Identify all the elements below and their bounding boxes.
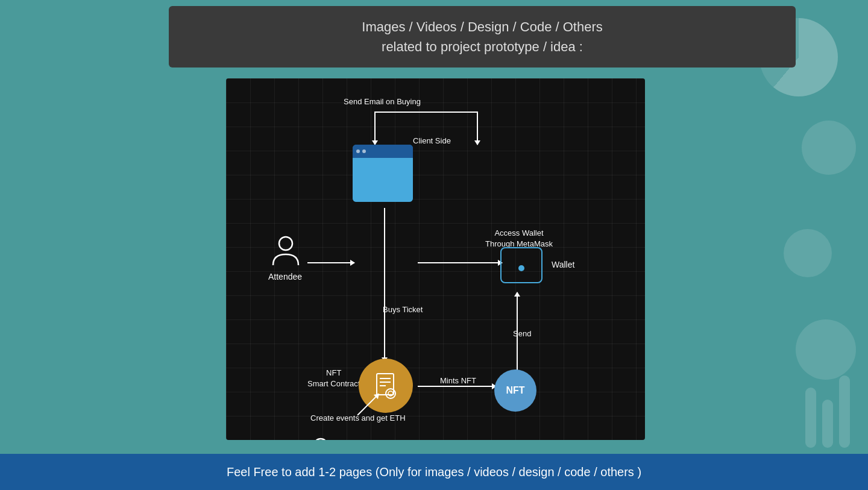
arrow-client-nft-v xyxy=(384,208,385,362)
mints-nft-label: Mints NFT xyxy=(440,375,476,386)
wallet-box xyxy=(500,247,542,283)
diagram-inner: Send Email on Buying Client Side xyxy=(226,78,645,440)
arrow-send-email-v xyxy=(374,112,376,145)
attendee-icon xyxy=(269,235,303,270)
nft-circle-text: NFT xyxy=(506,385,524,396)
nft-contract-label: NFTSmart Contract xyxy=(307,368,360,389)
arrow-send-email-h xyxy=(376,112,478,113)
footer-bar: Feel Free to add 1-2 pages (Only for ima… xyxy=(0,454,868,490)
wallet-label: Wallet xyxy=(552,259,574,271)
deco-bar-2 xyxy=(822,400,833,448)
attendee-person-svg xyxy=(269,235,303,268)
organizer-icon xyxy=(304,437,338,440)
svg-point-0 xyxy=(279,237,292,250)
deco-circle-2 xyxy=(802,121,856,175)
diagram-area: Send Email on Buying Client Side xyxy=(226,78,645,440)
client-box-header xyxy=(353,145,413,158)
deco-circle-4 xyxy=(796,319,856,380)
client-side-box xyxy=(353,145,413,202)
footer-text: Feel Free to add 1-2 pages (Only for ima… xyxy=(227,465,641,479)
nft-token-circle: NFT xyxy=(494,369,536,412)
arrow-nft-wallet-v xyxy=(517,292,518,371)
svg-point-7 xyxy=(314,439,327,440)
client-box-body xyxy=(353,158,413,202)
arrow-send-email-v2 xyxy=(477,112,478,145)
arrow-client-wallet xyxy=(418,262,502,263)
wallet-dot xyxy=(518,265,524,271)
attendee-label: Attendee xyxy=(268,271,302,283)
header-bar: Images / Videos / Design / Code / Others… xyxy=(169,6,796,68)
buys-ticket-label: Buys Ticket xyxy=(383,304,423,315)
arrow-attendee-client xyxy=(307,262,354,263)
browser-dot-1 xyxy=(356,149,360,153)
header-line2: related to project prototype / idea : xyxy=(193,37,772,57)
deco-circle-3 xyxy=(784,229,832,277)
organizer-person-svg xyxy=(304,437,338,440)
client-side-label: Client Side xyxy=(413,136,451,146)
browser-dot-2 xyxy=(362,149,366,153)
send-label: Send xyxy=(513,328,531,339)
send-email-label: Send Email on Buying xyxy=(344,96,421,107)
header-line1: Images / Videos / Design / Code / Others xyxy=(193,17,772,37)
deco-bar-3 xyxy=(805,388,816,448)
access-wallet-label: Access WalletThrough MetaMask xyxy=(485,228,553,250)
deco-bar-1 xyxy=(839,375,850,448)
